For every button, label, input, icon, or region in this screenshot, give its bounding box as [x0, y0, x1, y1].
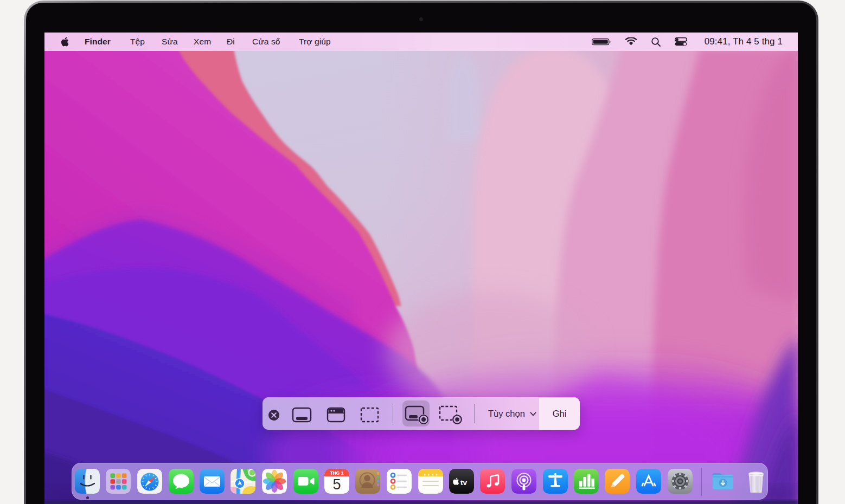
svg-text:THG 1: THG 1	[330, 470, 343, 476]
svg-text:5: 5	[332, 476, 341, 493]
svg-text:tv: tv	[460, 479, 467, 487]
